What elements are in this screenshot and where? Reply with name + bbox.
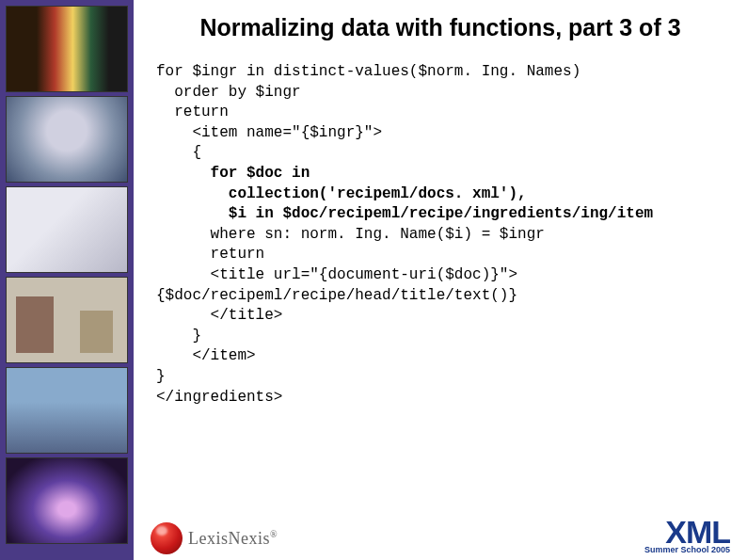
slide-title: Normalizing data with functions, part 3 … [151,13,730,41]
code-line: <item name="{$ingr}"> [156,124,382,141]
code-bold: collection('recipeml/docs. xml'), [229,185,527,202]
lexis-label: LexisNexis [188,529,270,548]
xml-logo: XML Summer School 2005 [644,516,730,554]
thumbnail-image [6,457,128,544]
code-line: for $ingr in distinct-values($norm. Ing.… [156,63,580,80]
code-line: </ingredients> [156,389,282,406]
code-block: for $ingr in distinct-values($norm. Ing.… [151,62,730,408]
code-line: </title> [156,307,282,324]
xml-logo-subtext: Summer School 2005 [644,546,730,554]
code-bold: for $doc in [211,165,310,182]
code-indent [156,165,211,182]
lexis-text: LexisNexis® [188,529,278,549]
xml-logo-text: XML [644,516,730,548]
code-bold: $i in $doc/recipeml/recipe/ingredients/i… [229,205,653,222]
thumbnail-image [6,367,128,454]
code-line: </item> [156,347,256,364]
thumbnail-image [6,277,128,363]
content-area: Normalizing data with functions, part 3 … [134,0,747,560]
code-line: return [156,104,229,120]
code-line: return [156,246,264,263]
code-line: } [156,328,201,344]
registered-mark: ® [270,529,278,539]
code-line: { [156,144,201,161]
thumbnail-image [6,6,128,92]
logo-sphere-icon [151,522,183,554]
sidebar-thumbnails [0,0,134,560]
code-line: {$doc/recipeml/recipe/head/title/text()} [156,287,517,304]
lexisnexis-logo: LexisNexis® [151,522,278,554]
thumbnail-image [6,96,128,183]
code-line: } [156,368,166,385]
code-line: <title url="{document-uri($doc)}"> [156,266,517,283]
code-indent [156,185,229,202]
thumbnail-image [6,186,128,273]
footer: LexisNexis® XML Summer School 2005 [151,505,730,554]
code-line: order by $ingr [156,84,301,101]
code-indent [156,205,229,222]
code-line: where sn: norm. Ing. Name($i) = $ingr [156,226,545,243]
slide: Normalizing data with functions, part 3 … [0,0,747,560]
